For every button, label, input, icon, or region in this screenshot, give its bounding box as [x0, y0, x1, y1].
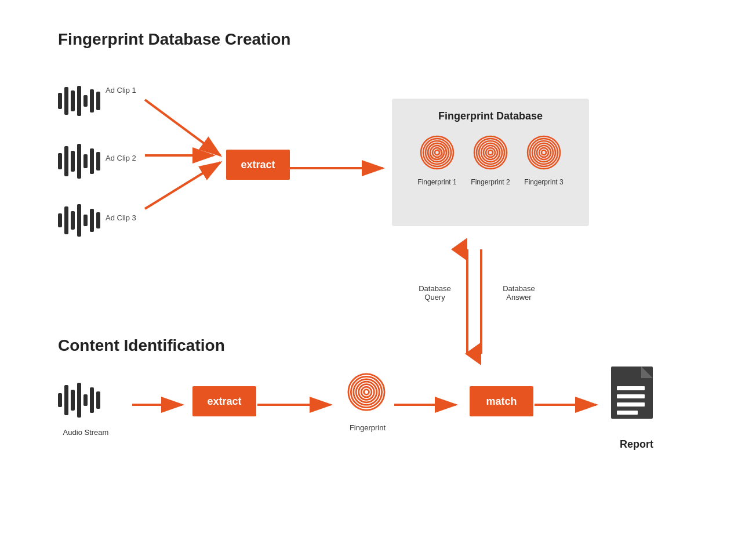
fp-items: Fingerprint 1 Fingerprint 2 — [406, 132, 575, 186]
svg-point-20 — [541, 150, 546, 155]
fingerprint-icon-2 — [470, 132, 511, 173]
fp-database-title: Fingerprint Database — [406, 110, 575, 122]
fingerprint-icon-3 — [523, 132, 565, 173]
fingerprint-label: Fingerprint — [344, 423, 391, 432]
svg-point-36 — [361, 387, 372, 397]
fingerprint-single-icon — [343, 369, 390, 415]
fp-item-2: Fingerprint 2 — [470, 132, 511, 186]
fp-item-2-label: Fingerprint 2 — [471, 178, 510, 186]
ad-clip-2-label: Ad Clip 2 — [106, 154, 136, 162]
section2-title: Content Identification — [58, 336, 225, 355]
svg-point-10 — [426, 141, 449, 164]
ad-clip-3-waveform — [58, 204, 100, 237]
match-box: match — [470, 386, 533, 416]
svg-point-14 — [486, 148, 495, 157]
ad-clip-1-waveform — [58, 86, 100, 116]
match-to-report-arrow — [535, 399, 604, 411]
audio-stream-label: Audio Stream — [51, 428, 121, 437]
ad-clip-3-label: Ad Clip 3 — [106, 213, 136, 222]
extract-to-fp2-arrow — [257, 399, 339, 411]
fp-item-1-label: Fingerprint 1 — [417, 178, 456, 186]
extract-box-2: extract — [192, 386, 256, 416]
svg-point-6 — [435, 150, 439, 155]
svg-point-17 — [479, 141, 502, 164]
svg-rect-50 — [617, 402, 645, 407]
svg-rect-51 — [617, 411, 638, 415]
svg-point-21 — [539, 148, 548, 157]
ad-clip-2-waveform — [58, 144, 100, 179]
svg-point-39 — [354, 379, 379, 405]
svg-rect-48 — [617, 386, 645, 390]
report-label: Report — [609, 438, 664, 451]
diagram-container: Fingerprint Database Creation Ad Clip 1 … — [0, 0, 756, 537]
db-answer-label: Database Answer — [493, 284, 545, 302]
extract-to-fp-arrow — [290, 162, 391, 174]
section1-title: Fingerprint Database Creation — [58, 30, 290, 49]
ad-clip-1-label: Ad Clip 1 — [106, 86, 136, 95]
fp-item-3-label: Fingerprint 3 — [524, 178, 563, 186]
db-query-label: Database Query — [412, 284, 458, 302]
svg-point-35 — [364, 390, 369, 395]
fp-item-1: Fingerprint 1 — [416, 132, 458, 186]
svg-point-24 — [532, 141, 555, 164]
svg-point-13 — [488, 150, 493, 155]
fingerprint-database-box: Fingerprint Database — [392, 99, 589, 226]
audio-to-extract-arrow — [132, 399, 190, 411]
svg-line-3 — [145, 162, 220, 209]
fingerprint-icon-1 — [416, 132, 458, 173]
vertical-arrows-svg — [463, 244, 486, 360]
svg-line-1 — [145, 100, 220, 155]
audio-stream-waveform — [58, 383, 100, 418]
fp-to-match-arrow — [394, 399, 464, 411]
report-icon — [609, 364, 664, 428]
fp-item-3: Fingerprint 3 — [523, 132, 565, 186]
extract-box-1: extract — [226, 150, 290, 180]
svg-rect-49 — [617, 394, 645, 398]
